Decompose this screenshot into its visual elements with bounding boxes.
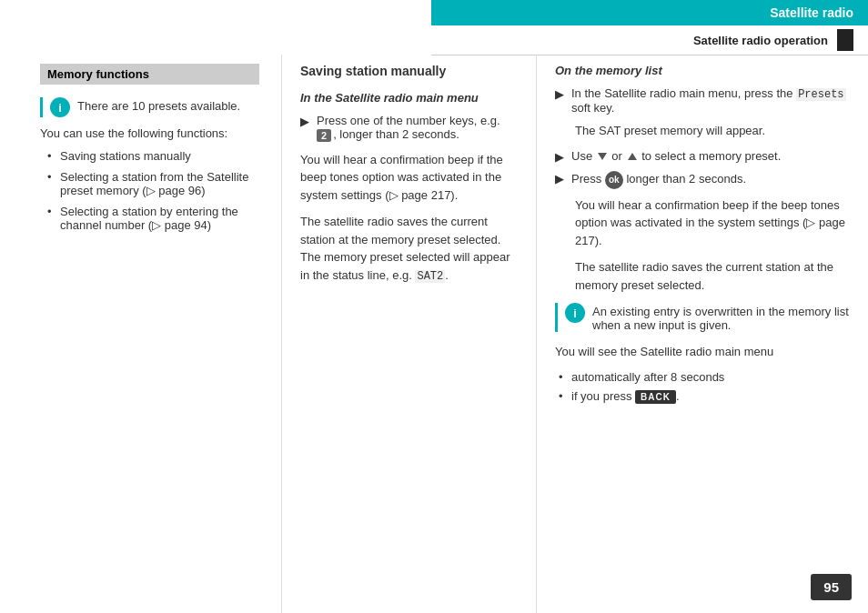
left-column: Memory functions i There are 10 presets … [0,55,282,613]
on-memory-list-label: On the memory list [555,64,850,77]
bullet-item-1: Saving stations manually [47,149,259,163]
mid-step1-text: Press one of the number keys, e.g. 2, lo… [317,114,518,142]
mid-body2: The satellite radio saves the current st… [300,213,518,285]
section-title-bar: Satellite radio operation [431,25,868,55]
num-key-badge: 2 [317,129,331,142]
right-bullet-2: if you press BACK. [559,389,850,404]
right-column: On the memory list ▶ In the Satellite ra… [537,55,868,613]
right-step3-body1: You will hear a confirmation beep if the… [575,196,850,250]
right-outro: You will see the Satellite radio main me… [555,343,850,361]
arrow-icon-1: ▶ [300,115,309,128]
info-icon: i [50,97,70,117]
right-step2-text: Use or to select a memory preset. [571,149,781,163]
right-step3-text: Press ok longer than 2 seconds. [571,171,746,189]
triangle-up-icon [628,153,637,160]
arrow-icon-r2: ▶ [555,150,564,164]
right-step3-body2: The satellite radio saves the current st… [575,258,850,294]
right-step3: ▶ Press ok longer than 2 seconds. [555,171,850,189]
back-button-badge: BACK [635,390,676,404]
arrow-icon-r3: ▶ [555,172,564,186]
info-icon-right: i [565,303,585,323]
right-step1b: The SAT preset memory will appear. [575,122,850,140]
sat2-code: SAT2 [415,270,445,283]
page-header: Satellite radio Satellite radio operatio… [431,0,868,55]
info-overwrite-text: An existing entry is overwritten in the … [592,305,850,332]
chapter-title-text: Satellite radio [770,5,853,20]
right-step1: ▶ In the Satellite radio main menu, pres… [555,86,850,115]
right-step1-text: In the Satellite radio main menu, press … [571,86,850,115]
bullet-item-2: Selecting a station from the Satellite p… [47,170,259,197]
section-bar-decoration [837,29,853,51]
arrow-icon-r1: ▶ [555,87,564,101]
right-bullet-list: automatically after 8 seconds if you pre… [559,370,850,404]
mid-step1: ▶ Press one of the number keys, e.g. 2, … [300,114,518,142]
left-bullet-list: Saving stations manually Selecting a sta… [47,149,259,232]
left-intro: You can use the following functions: [40,126,259,140]
right-step2: ▶ Use or to select a memory preset. [555,149,850,164]
triangle-down-icon [598,153,607,160]
page-number: 95 [811,574,852,600]
bullet-item-3: Selecting a station by entering the chan… [47,205,259,232]
chapter-title: Satellite radio [431,0,868,25]
presets-code: Presets [796,88,845,101]
mid-body1: You will hear a confirmation beep if the… [300,151,518,205]
info-presets-text: There are 10 presets available. [77,99,240,113]
saving-station-heading: Saving station manually [300,64,518,78]
right-bullet-1: automatically after 8 seconds [559,370,850,384]
section-title-text: Satellite radio operation [693,34,828,47]
middle-column: Saving station manually In the Satellite… [282,55,537,613]
info-block-presets: i There are 10 presets available. [40,97,259,117]
ok-button-icon: ok [605,171,623,189]
memory-functions-title: Memory functions [40,64,259,85]
in-satellite-menu-heading: In the Satellite radio main menu [300,91,518,105]
info-block-overwrite: i An existing entry is overwritten in th… [555,303,850,332]
main-content: Memory functions i There are 10 presets … [0,55,868,613]
